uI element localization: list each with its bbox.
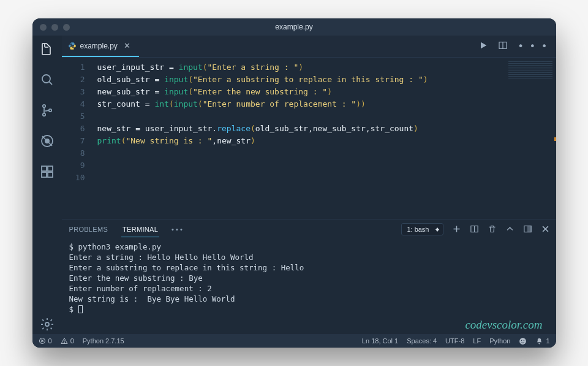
vscode-window: example.py bbox=[32, 18, 556, 348]
panel-tab-terminal[interactable]: TERMINAL bbox=[121, 222, 159, 237]
svg-point-4 bbox=[48, 109, 51, 112]
split-terminal-icon[interactable] bbox=[470, 224, 479, 235]
python-file-icon bbox=[68, 42, 77, 50]
new-terminal-icon[interactable] bbox=[452, 224, 461, 235]
svg-line-1 bbox=[49, 82, 52, 85]
status-interpreter[interactable]: Python 2.7.15 bbox=[83, 337, 124, 345]
zoom-dot-icon[interactable] bbox=[63, 24, 70, 31]
activity-bar bbox=[32, 36, 62, 334]
svg-point-27 bbox=[519, 338, 526, 345]
traffic-lights[interactable] bbox=[40, 24, 70, 31]
terminal-selector[interactable]: 1: bash bbox=[401, 223, 443, 235]
status-notifications[interactable]: 1 bbox=[535, 337, 549, 345]
explorer-icon[interactable] bbox=[40, 42, 55, 59]
code-area[interactable]: user_input_str = input("Enter a string :… bbox=[94, 58, 428, 219]
bottom-panel: PROBLEMS TERMINAL • • • 1: bash bbox=[62, 219, 556, 334]
overview-ruler-marker bbox=[554, 137, 556, 141]
close-panel-icon[interactable] bbox=[541, 224, 550, 235]
status-language[interactable]: Python bbox=[489, 337, 510, 345]
panel-tabs: PROBLEMS TERMINAL • • • 1: bash bbox=[62, 219, 556, 239]
svg-rect-8 bbox=[48, 166, 53, 171]
panel-tab-problems[interactable]: PROBLEMS bbox=[68, 222, 110, 237]
run-icon[interactable] bbox=[478, 40, 488, 53]
panel-more-icon[interactable]: • • • bbox=[172, 226, 183, 233]
panel-actions: 1: bash bbox=[401, 223, 549, 235]
status-errors-count: 0 bbox=[48, 337, 52, 345]
status-eol[interactable]: LF bbox=[473, 337, 481, 345]
split-editor-icon[interactable] bbox=[498, 40, 508, 53]
svg-rect-10 bbox=[48, 172, 53, 177]
editor-main: example.py ✕ • • • 12345678910 user_inpu… bbox=[62, 36, 556, 334]
svg-rect-9 bbox=[42, 172, 47, 177]
status-feedback-icon[interactable] bbox=[519, 337, 527, 345]
search-icon[interactable] bbox=[40, 72, 55, 90]
close-tab-icon[interactable]: ✕ bbox=[124, 41, 130, 50]
status-encoding[interactable]: UTF-8 bbox=[445, 337, 464, 345]
svg-point-11 bbox=[45, 322, 49, 326]
line-gutter: 12345678910 bbox=[62, 58, 94, 219]
extensions-icon[interactable] bbox=[40, 164, 55, 181]
editor-title-actions: • • • bbox=[478, 40, 556, 53]
status-bar: 0 0 Python 2.7.15 Ln 18, Col 1 Spaces: 4… bbox=[32, 334, 556, 348]
status-errors[interactable]: 0 bbox=[39, 337, 52, 345]
svg-point-0 bbox=[42, 75, 50, 83]
kill-terminal-icon[interactable] bbox=[488, 224, 497, 235]
titlebar: example.py bbox=[32, 18, 556, 36]
panel-chevron-up-icon[interactable] bbox=[505, 224, 514, 235]
tab-bar: example.py ✕ • • • bbox=[62, 36, 556, 58]
svg-point-29 bbox=[524, 340, 524, 340]
debug-icon[interactable] bbox=[40, 134, 55, 151]
source-control-icon[interactable] bbox=[40, 103, 55, 120]
more-actions-icon[interactable]: • • • bbox=[518, 40, 547, 53]
close-dot-icon[interactable] bbox=[40, 24, 47, 31]
status-bell-count: 1 bbox=[546, 337, 549, 345]
minimize-dot-icon[interactable] bbox=[51, 24, 58, 31]
status-indentation[interactable]: Spaces: 4 bbox=[407, 337, 437, 345]
svg-point-6 bbox=[45, 139, 50, 143]
svg-rect-19 bbox=[527, 226, 531, 232]
tab-label: example.py bbox=[80, 42, 118, 50]
svg-point-28 bbox=[521, 340, 522, 340]
svg-point-2 bbox=[42, 105, 45, 107]
status-position[interactable]: Ln 18, Col 1 bbox=[362, 337, 398, 345]
maximize-panel-icon[interactable] bbox=[523, 224, 532, 235]
svg-rect-7 bbox=[42, 166, 47, 171]
window-title: example.py bbox=[275, 23, 312, 31]
tab-example-py[interactable]: example.py ✕ bbox=[62, 36, 139, 57]
watermark: codevscolor.com bbox=[465, 318, 542, 332]
status-warnings-count: 0 bbox=[70, 337, 74, 345]
svg-point-26 bbox=[64, 343, 64, 343]
code-editor[interactable]: 12345678910 user_input_str = input("Ente… bbox=[62, 58, 556, 219]
svg-point-3 bbox=[42, 113, 45, 116]
status-warnings[interactable]: 0 bbox=[61, 337, 74, 345]
minimap[interactable] bbox=[508, 61, 552, 78]
settings-icon[interactable] bbox=[40, 317, 55, 334]
